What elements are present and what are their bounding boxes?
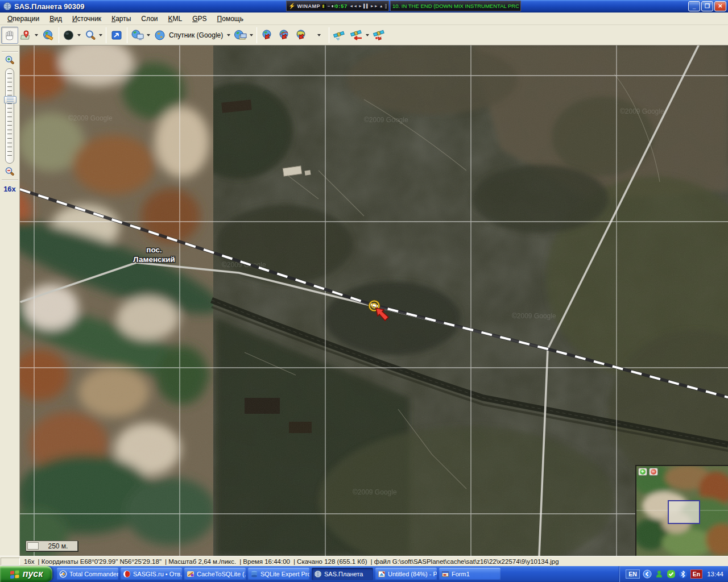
menu-layers[interactable]: Слои bbox=[136, 13, 163, 24]
windows-flag-icon bbox=[10, 569, 20, 579]
minimap[interactable]: + − bbox=[635, 465, 728, 556]
main-area: 16x bbox=[0, 45, 728, 556]
tray-chevron-icon[interactable] bbox=[643, 569, 652, 579]
measure-distance-button[interactable] bbox=[40, 27, 57, 44]
task-sasplanet[interactable]: SAS.Планета bbox=[312, 568, 373, 580]
map-watermark: ©2009 Google bbox=[512, 312, 556, 320]
chevron-down-icon bbox=[77, 34, 81, 36]
status-file-path: | файл G:\soft\SASPlanet\cache\sat\z16\2… bbox=[369, 558, 560, 565]
zoom-in-icon[interactable] bbox=[4, 55, 15, 66]
satellite-arrow-left-icon bbox=[350, 29, 363, 41]
toolbar-separator bbox=[257, 27, 257, 43]
menu-view[interactable]: Вид bbox=[44, 13, 67, 24]
gps-to-point-button[interactable] bbox=[371, 27, 388, 44]
taskbar: пуск Total Commander... SASGIS.ru • Отв.… bbox=[0, 566, 728, 582]
fullmap-view-button[interactable] bbox=[61, 27, 82, 44]
language-indicator-alt[interactable]: En bbox=[690, 569, 702, 579]
globe-download-icon bbox=[261, 29, 274, 41]
ruler-globe-icon bbox=[42, 29, 55, 41]
status-coordinates: | Координаты E68°0'29.99" N56°25'29.18" bbox=[36, 558, 163, 565]
gps-connect-button[interactable] bbox=[331, 27, 348, 44]
scale-label: 250 м. bbox=[39, 542, 77, 550]
svg-text:пос.: пос. bbox=[146, 246, 162, 254]
download-selection-button[interactable] bbox=[259, 27, 276, 44]
sqlite-expert-icon bbox=[250, 570, 258, 578]
minimap-zoom-in-button[interactable]: + bbox=[638, 468, 647, 476]
chevron-down-icon bbox=[317, 34, 321, 36]
satellite-arrow-down-icon bbox=[373, 29, 386, 41]
placemark-tool-button[interactable] bbox=[18, 27, 40, 44]
toolbar-separator bbox=[59, 27, 59, 43]
tray-bluetooth-icon[interactable] bbox=[679, 569, 688, 579]
language-indicator[interactable]: EN bbox=[626, 569, 640, 579]
map-source-button[interactable] bbox=[129, 27, 152, 44]
winamp-volume-slider[interactable] bbox=[328, 6, 330, 7]
download-region-button[interactable] bbox=[293, 27, 310, 44]
layers-button[interactable] bbox=[232, 27, 255, 44]
tray-antivirus-icon[interactable] bbox=[667, 569, 676, 579]
winamp-transport-buttons[interactable]: ◄◄ ► ▌▌ ►► ▲ bbox=[349, 4, 383, 8]
minimize-button[interactable]: _ bbox=[688, 1, 700, 11]
scale-indicator: 250 м. bbox=[26, 541, 78, 551]
tray-messenger-icon[interactable] bbox=[655, 569, 664, 579]
minimap-viewport[interactable] bbox=[668, 500, 700, 524]
close-button[interactable]: ✕ bbox=[714, 1, 726, 11]
form-icon bbox=[441, 570, 449, 578]
task-untitled-paint[interactable]: Untitled (84%) - P... bbox=[375, 568, 437, 580]
map-type-selector[interactable]: Спутник (Google) bbox=[152, 27, 232, 44]
map-type-label: Спутник (Google) bbox=[167, 31, 225, 39]
winamp-player[interactable]: ⚡ WINAMP 00:57 ◄◄ ► ▌▌ ►► ▲ bbox=[286, 1, 389, 11]
task-sasgis-browser[interactable]: SASGIS.ru • Отв... bbox=[121, 568, 182, 580]
globe-monitor-icon bbox=[131, 29, 144, 41]
menu-kml[interactable]: KML bbox=[163, 13, 188, 24]
restore-button[interactable]: ❐ bbox=[701, 1, 713, 11]
pan-tool-button[interactable] bbox=[1, 27, 18, 44]
zoom-out-icon[interactable] bbox=[4, 166, 15, 177]
chevron-down-icon bbox=[250, 34, 253, 36]
start-button[interactable]: пуск bbox=[0, 566, 52, 582]
winamp-misc-button[interactable] bbox=[385, 4, 387, 9]
fullscreen-button[interactable] bbox=[108, 27, 125, 44]
gps-track-back-button[interactable] bbox=[348, 27, 371, 44]
magnifier-icon bbox=[84, 29, 97, 41]
minimap-zoom-out-button[interactable]: − bbox=[649, 468, 658, 476]
satellite-imagery: ©2009 Google ©2009 Google ©2009 Google ©… bbox=[20, 45, 728, 556]
menu-source[interactable]: Источник bbox=[67, 13, 106, 24]
globe-download-edit-icon bbox=[278, 29, 291, 41]
scale-bar bbox=[27, 542, 39, 550]
chevron-down-icon bbox=[227, 34, 230, 36]
task-cachetosqlite[interactable]: CacheToSQLite (... bbox=[184, 568, 246, 580]
task-form1[interactable]: Form1 bbox=[439, 568, 500, 580]
total-commander-icon bbox=[59, 570, 67, 578]
zoom-slider[interactable] bbox=[5, 68, 14, 164]
status-bar: 16x | Координаты E68°0'29.99" N56°25'29.… bbox=[0, 556, 728, 566]
start-label: пуск bbox=[23, 569, 43, 579]
map-watermark: ©2009 Google bbox=[620, 107, 664, 115]
download-polygon-button[interactable] bbox=[276, 27, 293, 44]
menu-operations[interactable]: Операции bbox=[2, 13, 44, 24]
paint-icon bbox=[378, 570, 386, 578]
map-canvas[interactable]: ©2009 Google ©2009 Google ©2009 Google ©… bbox=[20, 45, 728, 556]
download-options-dropdown[interactable] bbox=[310, 27, 327, 44]
zoom-tool-button[interactable] bbox=[82, 27, 104, 44]
winamp-playlist[interactable]: 10. IN THE END (DOWN MIX INSTRUMENTAL PR… bbox=[390, 1, 521, 11]
task-total-commander[interactable]: Total Commander... bbox=[57, 568, 118, 580]
menu-gps[interactable]: GPS bbox=[187, 13, 212, 24]
chevron-down-icon bbox=[366, 34, 369, 36]
menu-maps[interactable]: Карты bbox=[106, 13, 136, 24]
winamp-track-title: 10. IN THE END (DOWN MIX INSTRUMENTAL PR… bbox=[392, 3, 519, 9]
winamp-eq-icon bbox=[322, 4, 326, 9]
desktop: SAS.Планета 90309 ⚡ WINAMP 00:57 ◄◄ ► ▌▌… bbox=[0, 0, 728, 582]
minus-icon: − bbox=[651, 469, 656, 475]
zoom-slider-handle[interactable] bbox=[4, 96, 16, 103]
menu-help[interactable]: Помощь bbox=[212, 13, 249, 24]
plus-icon: + bbox=[640, 469, 646, 475]
satellite-icon bbox=[333, 29, 346, 41]
winamp-time: 00:57 bbox=[332, 3, 348, 9]
globe-layers-icon bbox=[234, 29, 247, 41]
chevron-down-icon bbox=[147, 34, 150, 36]
task-sqlite-expert[interactable]: SQLite Expert Pro... bbox=[248, 568, 309, 580]
map-watermark: ©2009 Google bbox=[364, 116, 408, 124]
toolbar-separator bbox=[106, 27, 106, 43]
toolbar-separator bbox=[329, 27, 329, 43]
